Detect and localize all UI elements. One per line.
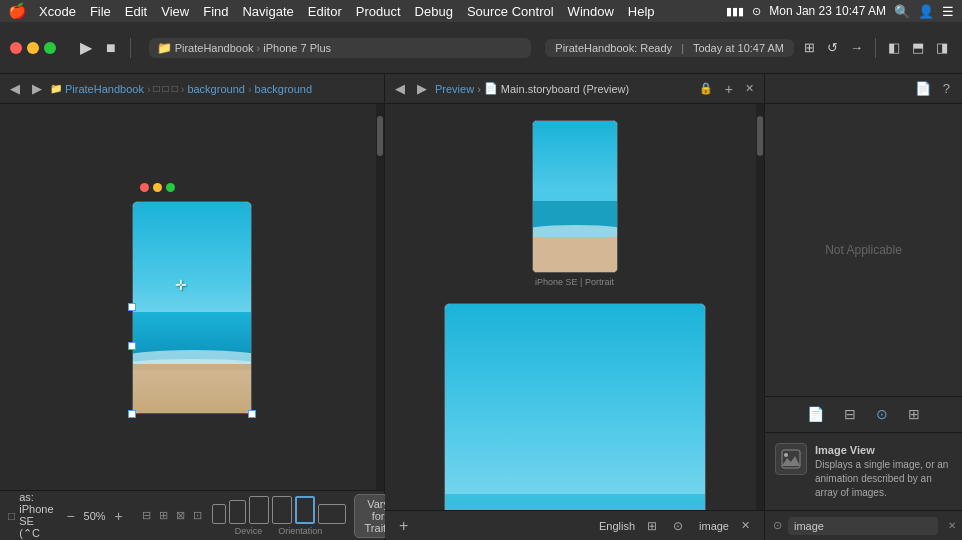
center-scrollbar-thumb[interactable] — [757, 116, 763, 156]
left-panel: ◀ ▶ 📁 PirateHandbook › □ □ □ › backgroun… — [0, 74, 385, 540]
svg-rect-5 — [133, 364, 252, 370]
preview-label[interactable]: Preview — [435, 83, 474, 95]
zoom-grid-btn[interactable]: ⊞ — [157, 507, 170, 524]
right-icon-circle[interactable]: ⊙ — [872, 404, 892, 424]
imageview-description: Image View Displays a single image, or a… — [815, 443, 952, 500]
device-xs[interactable] — [212, 504, 226, 524]
layout-btn-3[interactable]: → — [846, 38, 867, 57]
menu-edit[interactable]: Edit — [119, 2, 153, 21]
right-icon-layout[interactable]: ⊟ — [840, 404, 860, 424]
toggle-left-panel[interactable]: ◧ — [884, 38, 904, 57]
right-help-btn[interactable]: ? — [939, 79, 954, 98]
device-sm[interactable] — [229, 500, 246, 524]
nav-back-left[interactable]: ◀ — [6, 79, 24, 98]
zoom-plus-btn[interactable]: + — [110, 507, 128, 525]
mini-device-preview[interactable] — [132, 201, 252, 414]
zoom-pin-btn[interactable]: ⊡ — [191, 507, 204, 524]
right-search-clear[interactable]: ✕ — [944, 518, 960, 533]
apple-logo[interactable]: 🍎 — [8, 2, 27, 20]
layout-btn-1[interactable]: ⊞ — [800, 38, 819, 57]
right-icon-bar: 📄 ⊟ ⊙ ⊞ — [765, 396, 962, 432]
add-preview-btn[interactable]: + — [721, 79, 737, 99]
search-clear-btn[interactable]: ✕ — [737, 517, 754, 534]
device-landscape[interactable] — [318, 504, 346, 524]
orientation-label: Orientation — [278, 526, 322, 536]
right-icon-doc[interactable]: 📄 — [803, 404, 828, 424]
device-md[interactable] — [249, 496, 269, 524]
right-panel: 📄 ? Not Applicable 📄 ⊟ ⊙ ⊞ — [765, 74, 962, 540]
minimize-button[interactable] — [27, 42, 39, 54]
breadcrumb-view[interactable]: background — [187, 83, 245, 95]
nav-fwd-left[interactable]: ▶ — [28, 79, 46, 98]
build-status: PirateHandbook: Ready | Today at 10:47 A… — [545, 39, 794, 57]
menu-product[interactable]: Product — [350, 2, 407, 21]
imageview-title: Image View — [815, 444, 875, 456]
handle-ml[interactable] — [128, 303, 136, 311]
zoom-minus-btn[interactable]: − — [62, 507, 80, 525]
layout-toggle[interactable]: ⊞ — [643, 517, 661, 535]
search-icon[interactable]: 🔍 — [894, 4, 910, 19]
toggle-canvas-btn[interactable]: □ — [8, 509, 15, 523]
status-text: PirateHandbook: Ready — [555, 42, 672, 54]
device-label: Device — [235, 526, 263, 536]
scheme-selector[interactable]: 📁 PirateHandbook › iPhone 7 Plus — [149, 38, 532, 58]
device-lg[interactable] — [272, 496, 292, 524]
handle-bl[interactable] — [128, 410, 136, 418]
zoom-extra-btns: ⊟ ⊞ ⊠ ⊡ — [140, 507, 204, 524]
storyboard-canvas[interactable]: ✛ — [0, 104, 384, 490]
zoom-fit-btn[interactable]: ⊟ — [140, 507, 153, 524]
menu-find[interactable]: Find — [197, 2, 234, 21]
stop-button[interactable]: ■ — [102, 37, 120, 59]
separator-2 — [875, 38, 876, 58]
breadcrumb-project[interactable]: PirateHandbook — [65, 83, 144, 95]
menu-view[interactable]: View — [155, 2, 195, 21]
handle-ll[interactable] — [128, 342, 136, 350]
not-applicable-text: Not Applicable — [825, 243, 902, 257]
canvas-minimize[interactable] — [153, 183, 162, 192]
layout-btn-2[interactable]: ↺ — [823, 38, 842, 57]
center-scrollbar[interactable] — [756, 104, 764, 510]
main-toolbar: ▶ ■ 📁 PirateHandbook › iPhone 7 Plus Pir… — [0, 22, 962, 74]
svg-rect-10 — [445, 304, 706, 510]
toggle-bottom-panel[interactable]: ⬒ — [908, 38, 928, 57]
close-button[interactable] — [10, 42, 22, 54]
menu-xcode[interactable]: Xcode — [33, 2, 82, 21]
scrollbar-thumb[interactable] — [377, 116, 383, 156]
canvas-scrollbar[interactable] — [376, 104, 384, 490]
menu-help[interactable]: Help — [622, 2, 661, 21]
left-toolbar: ◀ ▶ 📁 PirateHandbook › □ □ □ › backgroun… — [0, 74, 384, 104]
add-scene-btn[interactable]: + — [395, 515, 412, 537]
menu-navigate[interactable]: Navigate — [236, 2, 299, 21]
preview-canvas[interactable]: iPhone SE | Portrait — [385, 104, 764, 510]
breadcrumb-background[interactable]: background — [255, 83, 313, 95]
menu-debug[interactable]: Debug — [409, 2, 459, 21]
menu-editor[interactable]: Editor — [302, 2, 348, 21]
run-button[interactable]: ▶ — [76, 36, 96, 59]
menu-icon[interactable]: ☰ — [942, 4, 954, 19]
menu-file[interactable]: File — [84, 2, 117, 21]
svg-rect-4 — [133, 364, 252, 414]
menu-source-control[interactable]: Source Control — [461, 2, 560, 21]
close-preview-btn[interactable]: ✕ — [741, 79, 758, 99]
grid-toggle[interactable]: ⊙ — [669, 517, 687, 535]
canvas-close[interactable] — [140, 183, 149, 192]
right-search-input[interactable] — [788, 517, 938, 535]
right-doc-btn[interactable]: 📄 — [911, 79, 935, 98]
zoom-lock-btn[interactable]: ⊠ — [174, 507, 187, 524]
ipad-pro-preview[interactable] — [444, 303, 706, 510]
handle-br[interactable] — [248, 410, 256, 418]
language-label: English — [599, 519, 635, 533]
avatar-icon[interactable]: 👤 — [918, 4, 934, 19]
project-icon: 📁 — [157, 41, 172, 55]
nav-fwd-center[interactable]: ▶ — [413, 79, 431, 98]
iphone-se-preview[interactable] — [532, 120, 618, 273]
device-current[interactable] — [295, 496, 315, 524]
toggle-right-panel[interactable]: ◨ — [932, 38, 952, 57]
lock-preview-btn[interactable]: 🔒 — [695, 79, 717, 99]
nav-back-center[interactable]: ◀ — [391, 79, 409, 98]
canvas-maximize[interactable] — [166, 183, 175, 192]
iphone-se-container: iPhone SE | Portrait — [532, 120, 618, 287]
maximize-button[interactable] — [44, 42, 56, 54]
right-icon-cube[interactable]: ⊞ — [904, 404, 924, 424]
menu-window[interactable]: Window — [562, 2, 620, 21]
